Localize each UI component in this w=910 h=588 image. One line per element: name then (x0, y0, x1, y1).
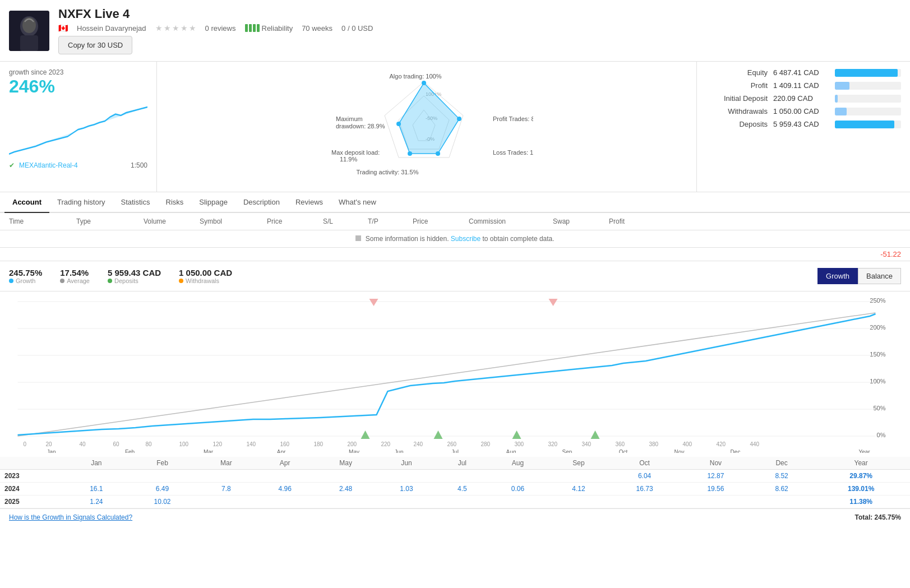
monthly-cell-1-12: 139.01% (812, 483, 910, 496)
col-type: Type (76, 217, 144, 225)
y-label-250: 250% (870, 297, 885, 304)
tab-description[interactable]: Description (235, 192, 288, 213)
rel-bar-4 (257, 24, 260, 32)
month-apr: Apr (277, 449, 286, 453)
metric-bar-initial (835, 95, 838, 103)
th-apr: Apr (255, 457, 315, 470)
growth-stat-value: 245.75% (9, 268, 42, 277)
th-nov: Nov (680, 457, 751, 470)
metric-value-initial: 220.09 CAD (773, 94, 835, 103)
balance-toggle-btn[interactable]: Balance (858, 268, 901, 284)
growth-svg: 250% 200% 150% 100% 50% 0% 0 20 40 60 80… (9, 296, 901, 453)
info-prefix: Some information is hidden. (366, 235, 449, 243)
year-cell-2024: 2024 (0, 483, 66, 496)
metric-label-initial: Initial Deposit (706, 94, 773, 103)
footer-total: Total: 245.75% (855, 513, 901, 521)
monthly-cell-0-5 (376, 470, 437, 483)
x-tick-60: 60 (113, 441, 120, 447)
x-tick-160: 160 (280, 441, 290, 447)
tab-trading-history[interactable]: Trading history (49, 192, 113, 213)
th-aug: Aug (487, 457, 548, 470)
deposits-stat-value: 5 959.43 CAD (108, 268, 161, 277)
x-tick-80: 80 (146, 441, 153, 447)
month-nov: Nov (675, 449, 685, 453)
tab-whats-new[interactable]: What's new (331, 192, 384, 213)
monthly-tbody: 20236.0412.878.5229.87%202416.16.497.84.… (0, 470, 910, 508)
monthly-cell-1-7: 0.06 (487, 483, 548, 496)
growth-since-label: growth since 2023 (9, 68, 147, 76)
monthly-cell-1-2: 7.8 (198, 483, 255, 496)
metric-withdrawals: Withdrawals 1 050.00 CAD (706, 107, 901, 115)
col-time: Time (9, 217, 76, 225)
profit-row: -51.22 (0, 248, 910, 261)
monthly-cell-0-7 (487, 470, 548, 483)
th-dec: Dec (751, 457, 812, 470)
year-cell-2025: 2025 (0, 496, 66, 508)
x-tick-200: 200 (348, 441, 357, 447)
profit-value: -51.22 (880, 250, 901, 258)
monthly-cell-1-6: 4.5 (437, 483, 487, 496)
metric-label-equity: Equity (706, 68, 773, 77)
growth-area: growth since 2023 246% ✔ MEXAtlantic-Rea… (0, 62, 157, 192)
th-feb: Feb (127, 457, 198, 470)
monthly-cell-2-2 (198, 496, 255, 508)
rel-bar-1 (245, 24, 248, 32)
header-info: NXFX Live 4 🇨🇦 Hossein Davarynejad ★ ★ ★… (58, 7, 901, 54)
radar-label-drawdown2: drawdown: 28.9% (336, 123, 385, 129)
tab-reviews[interactable]: Reviews (288, 192, 331, 213)
svg-point-2 (22, 17, 36, 33)
metric-bar-withdrawals-wrap (835, 108, 901, 115)
info-bar: Some information is hidden. Subscribe to… (0, 230, 910, 248)
tab-statistics[interactable]: Statistics (113, 192, 158, 213)
col-symbol: Symbol (200, 217, 267, 225)
monthly-row-2023: 20236.0412.878.5229.87% (0, 470, 910, 483)
th-year-total: Year (812, 457, 910, 470)
average-stat-value: 17.54% (60, 268, 90, 277)
monthly-cell-0-2 (198, 470, 255, 483)
growth-dot (9, 279, 13, 283)
x-tick-0: 0 (24, 441, 27, 447)
monthly-cell-1-11: 8.62 (751, 483, 812, 496)
y-label-150: 150% (870, 351, 885, 358)
footer-link[interactable]: How is the Growth in Signals Calculated? (9, 513, 132, 521)
stats-section: growth since 2023 246% ✔ MEXAtlantic-Rea… (0, 62, 910, 192)
col-tp: T/P (368, 217, 413, 225)
subscribe-link[interactable]: Subscribe (451, 235, 481, 243)
x-tick-280: 280 (481, 441, 491, 447)
stars: ★ ★ ★ ★ ★ (155, 24, 196, 33)
avatar-image (9, 11, 49, 51)
col-commission: Commission (469, 217, 553, 225)
copy-button[interactable]: Copy for 30 USD (58, 36, 132, 54)
radar-chart: Algo trading: 100% Profit Trades: 81.7% … (320, 71, 533, 183)
tab-risks[interactable]: Risks (158, 192, 192, 213)
tabs-bar: Account Trading history Statistics Risks… (0, 192, 910, 213)
hidden-square-icon (355, 235, 361, 241)
tab-account[interactable]: Account (4, 192, 49, 213)
growth-toggle-btn[interactable]: Growth (817, 268, 858, 284)
monthly-cell-2-1: 10.02 (127, 496, 198, 508)
usd-info: 0 / 0 USD (341, 24, 373, 33)
metric-value-profit: 1 409.11 CAD (773, 81, 835, 90)
monthly-cell-0-8 (548, 470, 609, 483)
th-mar: Mar (198, 457, 255, 470)
monthly-cell-1-1: 6.49 (127, 483, 198, 496)
radar-label-activity: Trading activity: 31.5% (357, 169, 419, 175)
chart-stat-withdrawals: 1 050.00 CAD Withdrawals (179, 268, 232, 284)
growth-percentage: 246% (9, 76, 147, 97)
deposit-marker-2 (434, 430, 443, 439)
monthly-cell-0-6 (437, 470, 487, 483)
monthly-header-row: Jan Feb Mar Apr May Jun Jul Aug Sep Oct … (0, 457, 910, 470)
tab-slippage[interactable]: Slippage (191, 192, 235, 213)
metric-bar-profit (835, 82, 849, 90)
average-stat-label: Average (60, 277, 90, 284)
metric-label-deposits: Deposits (706, 120, 773, 128)
radar-label-profit: Profit Trades: 81.7% (493, 115, 533, 122)
withdrawal-marker-2 (549, 299, 558, 306)
col-volume: Volume (144, 217, 200, 225)
monthly-cell-0-10: 12.87 (680, 470, 751, 483)
month-feb: Feb (125, 449, 135, 453)
month-may: May (349, 449, 359, 453)
table-header: Time Type Volume Symbol Price S/L T/P Pr… (0, 213, 910, 230)
header-title: NXFX Live 4 (58, 7, 901, 21)
header-meta: 🇨🇦 Hossein Davarynejad ★ ★ ★ ★ ★ 0 revie… (58, 24, 901, 33)
